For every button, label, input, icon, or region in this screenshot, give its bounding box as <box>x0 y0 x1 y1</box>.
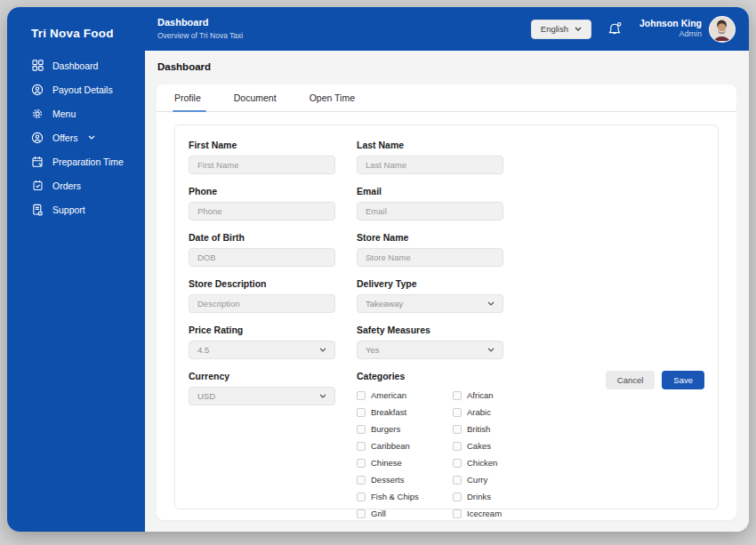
category-checkbox-caribbean[interactable]: Caribbean <box>357 437 453 454</box>
gear-icon <box>31 108 44 120</box>
category-label: Burgers <box>371 424 400 434</box>
checkbox-icon <box>453 408 462 417</box>
sidebar-item-label: Dashboard <box>52 60 98 71</box>
price-rating-select[interactable]: 4.5 <box>189 341 335 359</box>
field-label: Categories <box>357 371 561 381</box>
chevron-down-icon <box>319 394 326 398</box>
category-label: African <box>467 390 494 400</box>
sidebar-item-label: Offers <box>52 132 77 143</box>
sidebar-item-label: Menu <box>52 108 76 119</box>
field-last-name: Last Name <box>357 140 503 174</box>
category-label: Arabic <box>467 407 491 417</box>
user-circle-icon <box>31 132 44 144</box>
field-price-rating: Price Rating 4.5 <box>189 325 335 359</box>
field-delivery-type: Delivery Type Takeaway <box>357 278 503 313</box>
sidebar-item-preparation-time[interactable]: Preparation Time <box>7 149 145 173</box>
field-store-description: Store Description <box>189 278 335 313</box>
safety-measures-select[interactable]: Yes <box>357 341 503 359</box>
category-label: Icecream <box>467 509 502 518</box>
checkbox-icon <box>453 509 462 518</box>
tab-document[interactable]: Document <box>234 84 277 111</box>
language-select[interactable]: English <box>531 20 591 39</box>
page-title: Dashboard <box>157 61 736 72</box>
field-label: Safety Measures <box>357 325 503 335</box>
email-input[interactable] <box>357 202 503 220</box>
calendar-check-icon <box>31 180 44 192</box>
avatar[interactable] <box>709 16 736 43</box>
notification-bell-icon[interactable] <box>607 21 623 37</box>
category-label: British <box>467 424 490 434</box>
field-first-name: First Name <box>189 140 335 174</box>
support-document-icon <box>31 204 44 216</box>
store-description-input[interactable] <box>189 294 335 313</box>
delivery-type-select[interactable]: Takeaway <box>357 294 503 313</box>
category-checkbox-cakes[interactable]: Cakes <box>453 437 559 454</box>
sidebar-item-payout-details[interactable]: Payout Details <box>7 77 145 101</box>
app-window: Tri Nova Food Dashboard <box>7 7 749 532</box>
category-checkbox-burgers[interactable]: Burgers <box>357 421 453 437</box>
category-label: Chinese <box>371 458 402 468</box>
select-value: USD <box>197 391 215 401</box>
dob-input[interactable] <box>189 248 335 267</box>
field-safety-measures: Safety Measures Yes <box>357 325 503 359</box>
checkbox-icon <box>357 459 366 468</box>
checkbox-icon <box>357 391 366 400</box>
form-grid: First Name Last Name Phone Email <box>189 140 718 522</box>
checkbox-icon <box>357 408 366 417</box>
category-checkbox-breakfast[interactable]: Breakfast <box>357 404 453 421</box>
category-checkbox-desserts[interactable]: Desserts <box>357 471 453 488</box>
sidebar-item-support[interactable]: Support <box>7 197 145 221</box>
category-checkbox-arabic[interactable]: Arabic <box>453 404 559 421</box>
phone-input[interactable] <box>189 202 335 220</box>
tab-open-time[interactable]: Open Time <box>310 84 355 111</box>
profile-card: Profile Document Open Time First Name La… <box>157 84 736 520</box>
header-title: Dashboard <box>157 17 243 29</box>
category-checkbox-icecream[interactable]: Icecream <box>453 505 559 522</box>
first-name-input[interactable] <box>189 156 335 174</box>
category-checkbox-african[interactable]: African <box>453 387 559 404</box>
sidebar-item-dashboard[interactable]: Dashboard <box>7 53 145 77</box>
checkbox-icon <box>357 476 366 485</box>
sidebar-item-orders[interactable]: Orders <box>7 173 145 197</box>
user-circle-icon <box>31 84 44 96</box>
checkbox-icon <box>357 442 366 451</box>
chevron-down-icon <box>88 135 95 140</box>
category-checkbox-american[interactable]: American <box>357 387 453 404</box>
header-titles: Dashboard Overview of Tri Nova Taxi <box>157 17 243 40</box>
last-name-input[interactable] <box>357 156 503 174</box>
save-button[interactable]: Save <box>662 371 704 389</box>
store-name-input[interactable] <box>357 248 503 267</box>
user-block: Johnson King Admin <box>639 18 702 40</box>
category-checkbox-fish-chips[interactable]: Fish & Chips <box>357 488 453 505</box>
top-header: Dashboard Overview of Tri Nova Taxi Engl… <box>145 7 749 51</box>
select-value: Yes <box>366 345 380 355</box>
field-label: Store Description <box>189 278 335 289</box>
sidebar-nav: Dashboard Payout Details <box>7 53 145 221</box>
checkbox-icon <box>357 493 366 501</box>
category-checkbox-chicken[interactable]: Chicken <box>453 454 559 471</box>
sidebar-item-menu[interactable]: Menu <box>7 101 145 125</box>
checkbox-icon <box>357 425 366 434</box>
sidebar-item-offers[interactable]: Offers <box>7 125 145 149</box>
checkbox-icon <box>453 425 462 434</box>
category-checkbox-british[interactable]: British <box>453 421 559 437</box>
category-checkbox-drinks[interactable]: Drinks <box>453 488 559 505</box>
category-checkbox-chinese[interactable]: Chinese <box>357 454 453 471</box>
checkbox-icon <box>453 493 462 501</box>
dashboard-grid-icon <box>31 60 44 72</box>
select-value: 4.5 <box>197 345 209 355</box>
field-label: Email <box>357 186 503 196</box>
cancel-button[interactable]: Cancel <box>606 371 655 389</box>
category-checkbox-grill[interactable]: Grill <box>357 505 453 522</box>
calendar-edit-icon <box>31 156 44 168</box>
select-value: Takeaway <box>366 299 403 309</box>
tab-profile[interactable]: Profile <box>174 84 201 111</box>
category-checkbox-curry[interactable]: Curry <box>453 471 559 488</box>
currency-select[interactable]: USD <box>189 387 335 405</box>
checkbox-icon <box>453 391 462 400</box>
category-label: Fish & Chips <box>371 492 419 501</box>
checkbox-icon <box>453 442 462 451</box>
sidebar-item-label: Payout Details <box>52 84 113 95</box>
category-label: Curry <box>467 475 487 485</box>
field-label: Delivery Type <box>357 278 503 289</box>
